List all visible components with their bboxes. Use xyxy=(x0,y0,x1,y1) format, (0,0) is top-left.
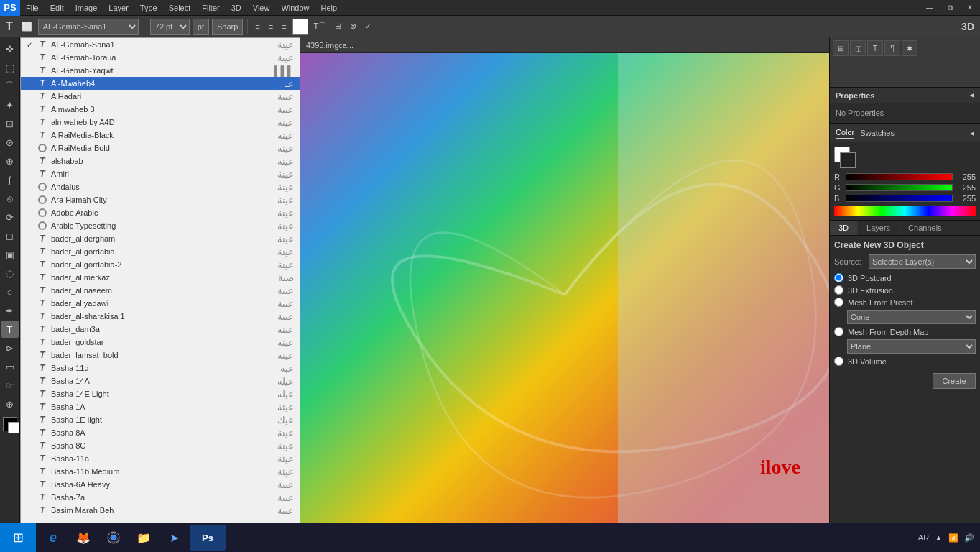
menu-filter[interactable]: Filter xyxy=(196,0,225,15)
color-tab[interactable]: Color xyxy=(836,126,854,139)
taskbar-explorer[interactable]: 📁 xyxy=(129,525,158,551)
font-item[interactable]: TAmiriعينة xyxy=(21,167,300,180)
font-item[interactable]: Tbader_dam3aعينة xyxy=(21,323,300,336)
font-size-select[interactable]: 72 pt xyxy=(150,19,190,34)
radio-mesh-preset-input[interactable] xyxy=(834,298,843,307)
font-size-unit[interactable]: pt xyxy=(193,19,209,34)
source-select[interactable]: Selected Layer(s) xyxy=(869,254,976,269)
font-item[interactable]: TBasim Marah Behعينة xyxy=(21,504,300,517)
font-item[interactable]: Tbader_al yadawiعينة xyxy=(21,297,300,310)
taskbar-photoshop[interactable]: Ps xyxy=(190,525,226,551)
tool-move[interactable]: ✜ xyxy=(1,40,19,58)
font-item[interactable]: Tbader_al gordabia-2عينة xyxy=(21,258,300,271)
text-tool-icon[interactable]: T xyxy=(3,18,16,35)
create-3d-button[interactable]: Create xyxy=(933,373,976,389)
mesh-depth-select[interactable]: Plane xyxy=(847,339,976,354)
tool-blur[interactable]: ◌ xyxy=(1,264,19,282)
foreground-color[interactable] xyxy=(3,417,17,431)
tool-gradient[interactable]: ▣ xyxy=(1,246,19,263)
menu-layer[interactable]: Layer xyxy=(103,0,134,15)
align-center-btn[interactable]: ≡ xyxy=(266,18,276,35)
font-list[interactable]: ✓TAL-Gemah-Sana1عينةTAL-Gemah-Torauaعينة… xyxy=(21,38,300,535)
font-item[interactable]: TBasha-11b Mediumعيئة xyxy=(21,465,300,478)
font-item[interactable]: Ara Hamah Cityعينة xyxy=(21,193,300,206)
tab-3d[interactable]: 3D xyxy=(830,221,858,235)
font-item[interactable]: TBasha 14E Lightعيله xyxy=(21,387,300,400)
font-item[interactable]: ✓TAL-Gemah-Sana1عينة xyxy=(21,38,300,51)
canvas-tab[interactable]: 4395.imgca... xyxy=(300,37,829,53)
font-item[interactable]: TBasha-6A Heavyعينة xyxy=(21,478,300,491)
tab-layers[interactable]: Layers xyxy=(858,221,900,235)
b-bar-container[interactable] xyxy=(846,195,953,202)
maximize-button[interactable]: ⧉ xyxy=(940,0,960,16)
right-icon-2[interactable]: ◫ xyxy=(850,40,866,56)
tool-history[interactable]: ⟳ xyxy=(1,208,19,226)
text-color-swatch[interactable] xyxy=(292,19,308,34)
taskbar-arrow-up[interactable]: ▲ xyxy=(935,533,943,542)
font-item[interactable]: TAlHadariعينة xyxy=(21,90,300,103)
font-item[interactable]: Tbader_goldstarعينة xyxy=(21,336,300,349)
properties-collapse[interactable]: ◂ xyxy=(970,91,974,100)
font-name-select[interactable]: AL-Gemah-Sana1 xyxy=(38,19,139,34)
right-icon-5[interactable]: ✱ xyxy=(902,40,917,56)
font-item[interactable]: TBasha 1E lightعيك xyxy=(21,413,300,426)
tool-zoom[interactable]: ⊕ xyxy=(1,395,19,413)
font-item[interactable]: AlRaiMedia-Boldعينة xyxy=(21,142,300,155)
align-right-btn[interactable]: ≡ xyxy=(279,18,289,35)
tool-crop[interactable]: ⊡ xyxy=(1,115,19,132)
font-item[interactable]: TBasha 1Aعيئة xyxy=(21,400,300,413)
taskbar-chrome[interactable] xyxy=(99,525,128,551)
font-item[interactable]: TBasha-11aعيئة xyxy=(21,452,300,465)
align-left-btn[interactable]: ≡ xyxy=(252,18,262,35)
tool-shape[interactable]: ▭ xyxy=(1,358,19,375)
r-bar-container[interactable] xyxy=(846,173,953,180)
menu-image[interactable]: Image xyxy=(70,0,103,15)
right-icon-4[interactable]: ¶ xyxy=(884,40,900,56)
menu-type[interactable]: Type xyxy=(134,0,163,15)
tool-clone[interactable]: ⎋ xyxy=(1,190,19,207)
sharp-aa-btn[interactable]: Sharp xyxy=(212,19,243,34)
font-item[interactable]: Adobe Arabicعينة xyxy=(21,206,300,219)
font-item[interactable]: Tbader_lamsat_boldعينة xyxy=(21,349,300,362)
tool-pen[interactable]: ✒ xyxy=(1,302,19,319)
color-spectrum[interactable] xyxy=(834,206,976,216)
char-panel-btn[interactable]: ⊞ xyxy=(332,18,344,35)
taskbar-firefox[interactable]: 🦊 xyxy=(69,525,98,551)
close-button[interactable]: ✕ xyxy=(960,0,980,16)
radio-postcard-input[interactable] xyxy=(834,273,843,282)
font-item[interactable]: TAL-Gemah-Yaqwt▌▌▌ xyxy=(21,64,300,77)
font-item[interactable]: TBasha 14Aعيلة xyxy=(21,374,300,387)
menu-view[interactable]: View xyxy=(247,0,276,15)
taskbar-ie[interactable]: e xyxy=(39,525,68,551)
font-item[interactable]: Tbader_al-sharakisa 1عينة xyxy=(21,310,300,323)
font-item[interactable]: TAlmwaheb 3عينة xyxy=(21,103,300,116)
menu-select[interactable]: Select xyxy=(163,0,197,15)
radio-mesh-depth-input[interactable] xyxy=(834,327,843,336)
background-color[interactable] xyxy=(8,422,19,433)
swatches-tab[interactable]: Swatches xyxy=(860,127,895,139)
radio-extrusion-input[interactable] xyxy=(834,285,843,295)
color-panel-collapse[interactable]: ◂ xyxy=(970,129,974,138)
font-item[interactable]: Tbader_al naseemعينة xyxy=(21,284,300,297)
font-item[interactable]: TAL-Gemah-Torauaعينة xyxy=(21,51,300,64)
tab-channels[interactable]: Channels xyxy=(900,221,951,235)
menu-file[interactable]: File xyxy=(20,0,45,15)
g-bar-container[interactable] xyxy=(846,184,953,191)
font-item[interactable]: TBasha 8Cعينة xyxy=(21,439,300,452)
menu-3d[interactable]: 3D xyxy=(226,0,247,15)
tool-marquee[interactable]: ⬚ xyxy=(1,59,19,76)
tool-dodge[interactable]: ○ xyxy=(1,283,19,300)
tool-healing[interactable]: ⊕ xyxy=(1,152,19,170)
font-item[interactable]: Tbader_al gordabiaعينة xyxy=(21,245,300,258)
menu-help[interactable]: Help xyxy=(315,0,343,15)
font-item[interactable]: Talshababعينة xyxy=(21,155,300,167)
font-item[interactable]: Andalusعينة xyxy=(21,180,300,193)
tool-hand[interactable]: ☞ xyxy=(1,377,19,394)
font-item[interactable]: TBasha 8Aعينة xyxy=(21,426,300,439)
warp-text-btn[interactable]: T⌒ xyxy=(311,18,330,35)
tool-magic-wand[interactable]: ✦ xyxy=(1,96,19,114)
minimize-button[interactable]: — xyxy=(920,0,940,16)
font-item[interactable]: TBasha 11dعبة xyxy=(21,362,300,374)
font-item[interactable]: TAl-Mwaheb4عـ xyxy=(21,77,300,90)
font-item[interactable]: Tbader_al derghamعينة xyxy=(21,232,300,245)
